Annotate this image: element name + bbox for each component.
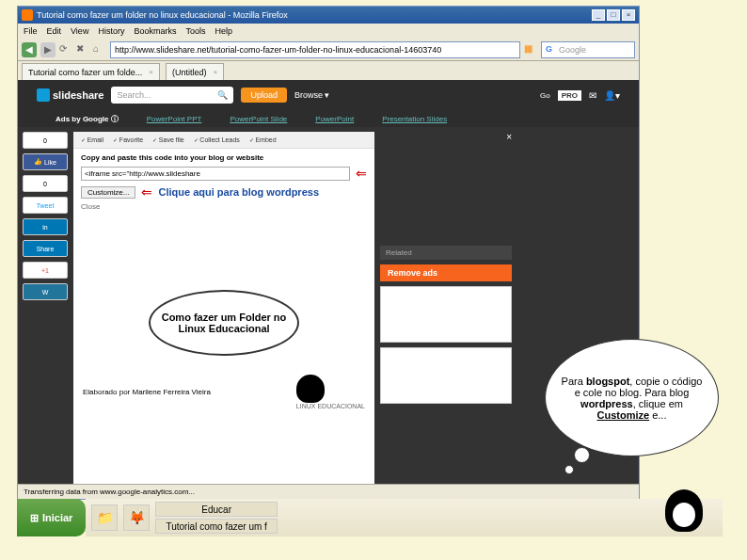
favorite-action[interactable]: Favorite — [113, 136, 143, 143]
taskbar-app[interactable]: 📁 — [91, 504, 118, 531]
social-sidebar: 0 👍Like 0 Tweet in Share +1 W — [23, 132, 68, 484]
tab-untitled[interactable]: (Untitled) × — [166, 63, 224, 80]
close-link[interactable]: Close — [81, 202, 367, 211]
start-label: Iniciar — [42, 512, 72, 523]
pro-badge[interactable]: PRO — [558, 90, 581, 101]
slideshare-search[interactable]: Search... 🔍 — [111, 87, 233, 104]
taskbar-item-tutorial[interactable]: Tutorial como fazer um f — [155, 519, 277, 534]
slide-title-bubble: Como fazer um Folder no Linux Educaciona… — [149, 290, 299, 356]
panel-toolbar: Email Favorite Save file Collect Leads E… — [73, 132, 374, 149]
slideshare-header: slideshare Search... 🔍 Upload Browse ▾ G… — [18, 80, 639, 110]
start-button[interactable]: ⊞ Iniciar — [17, 499, 86, 536]
facebook-like-button[interactable]: 👍Like — [23, 153, 68, 170]
email-action[interactable]: Email — [81, 136, 103, 143]
user-icon[interactable]: 👤▾ — [604, 90, 620, 101]
home-icon[interactable]: ⌂ — [93, 43, 106, 56]
copy-section: Copy and paste this code into your blog … — [73, 149, 374, 216]
wordpress-button[interactable]: W — [23, 283, 68, 300]
related-header: Related — [380, 246, 512, 260]
maximize-button[interactable]: □ — [607, 9, 620, 21]
reload-icon[interactable]: ⟳ — [59, 43, 72, 56]
firefox-window: Tutorial como fazer um folder no linux e… — [17, 6, 640, 500]
leads-action[interactable]: Collect Leads — [194, 136, 240, 143]
mail-icon[interactable]: ✉ — [589, 90, 596, 101]
linkedin-button[interactable]: in — [23, 218, 68, 235]
minimize-button[interactable]: _ — [592, 9, 605, 21]
forward-button[interactable]: ▶ — [40, 42, 56, 57]
main-area: 0 👍Like 0 Tweet in Share +1 W Email Favo… — [18, 127, 639, 484]
menu-view[interactable]: View — [71, 26, 88, 36]
embed-code-input[interactable] — [81, 167, 350, 181]
collapse-icon[interactable]: × — [380, 132, 512, 142]
browser-search[interactable]: G Google — [541, 41, 635, 58]
arrow-icon: ⇐ — [141, 184, 152, 200]
taskbar-firefox[interactable]: 🦊 — [123, 504, 150, 531]
feed-icon[interactable]: ▦ — [524, 43, 537, 56]
copy-instruction: Copy and paste this code into your blog … — [81, 153, 367, 162]
windows-icon: ⊞ — [30, 512, 39, 524]
right-column: × Related Remove ads — [380, 132, 512, 484]
upload-button[interactable]: Upload — [241, 88, 287, 103]
tab-tutorial[interactable]: Tutorial como fazer um folde... × — [22, 63, 160, 80]
ads-label: Ads by Google ⓘ — [56, 114, 119, 124]
embed-action[interactable]: Embed — [249, 136, 277, 143]
slideshare-logo-text: slideshare — [53, 89, 103, 101]
page-content: slideshare Search... 🔍 Upload Browse ▾ G… — [18, 80, 639, 484]
menu-help[interactable]: Help — [215, 26, 232, 36]
ad-link[interactable]: PowerPoint Slide — [230, 115, 287, 123]
instruction-callout: Para blogspot, copie o código e cole no … — [545, 339, 719, 456]
save-action[interactable]: Save file — [152, 136, 184, 143]
share-count[interactable]: 0 — [23, 132, 68, 149]
slideshare-logo[interactable]: slideshare — [37, 88, 103, 102]
header-right: Go PRO ✉ 👤▾ — [540, 90, 620, 101]
windows-taskbar: ⊞ Iniciar 📁 🦊 Educar Tutorial como fazer… — [17, 499, 723, 536]
slide-preview: Como fazer um Folder no Linux Educaciona… — [73, 216, 374, 484]
googleplus-button[interactable]: +1 — [23, 262, 68, 279]
tab-label: (Untitled) — [172, 68, 207, 77]
search-placeholder: Search... — [117, 90, 151, 100]
window-controls: _ □ × — [592, 9, 635, 21]
statusbar: Transferring data from www.google-analyt… — [18, 484, 639, 499]
ad-box[interactable] — [380, 347, 512, 404]
customize-button[interactable]: Customize... — [81, 186, 135, 199]
back-button[interactable]: ◀ — [22, 42, 37, 57]
twitter-button[interactable]: Tweet — [23, 197, 68, 214]
remove-ads-button[interactable]: Remove ads — [380, 264, 512, 281]
linux-educacional-label: LINUX EDUCACIONAL — [296, 403, 365, 409]
tab-close-icon[interactable]: × — [149, 68, 153, 76]
share-count[interactable]: 0 — [23, 175, 68, 192]
wordpress-annotation: Clique aqui para blog wordpress — [158, 186, 319, 198]
close-button[interactable]: × — [622, 9, 635, 21]
taskbar-tray: 📁 🦊 Educar Tutorial como fazer um f — [86, 499, 723, 536]
window-title: Tutorial como fazer um folder no linux e… — [37, 10, 288, 20]
go-label: Go — [540, 91, 550, 100]
arrow-icon: ⇐ — [356, 166, 367, 181]
slide-author: Elaborado por Marilene Ferreira Vieira — [83, 388, 211, 396]
embed-panel: Email Favorite Save file Collect Leads E… — [73, 132, 374, 484]
linkedin-share-button[interactable]: Share — [23, 240, 68, 257]
slideshare-icon — [37, 88, 50, 102]
titlebar: Tutorial como fazer um folder no linux e… — [18, 7, 639, 24]
menu-edit[interactable]: Edit — [47, 26, 62, 36]
ad-box[interactable] — [380, 286, 512, 343]
browse-menu[interactable]: Browse ▾ — [294, 90, 330, 100]
menu-bookmarks[interactable]: Bookmarks — [134, 26, 176, 36]
ad-link[interactable]: Presentation Slides — [382, 115, 447, 123]
tab-label: Tutorial como fazer um folde... — [28, 68, 142, 77]
browser-tabs: Tutorial como fazer um folde... × (Untit… — [18, 61, 639, 80]
stop-icon[interactable]: ✖ — [76, 43, 89, 56]
status-text: Transferring data from www.google-analyt… — [24, 488, 195, 496]
search-icon[interactable]: 🔍 — [217, 90, 228, 100]
search-engine-label: Google — [559, 45, 586, 55]
menu-tools[interactable]: Tools — [185, 26, 205, 36]
nav-toolbar: ◀ ▶ ⟳ ✖ ⌂ http://www.slideshare.net/tuto… — [18, 39, 639, 61]
url-text: http://www.slideshare.net/tutorial-como-… — [115, 45, 441, 55]
url-bar[interactable]: http://www.slideshare.net/tutorial-como-… — [110, 41, 520, 58]
menu-file[interactable]: File — [24, 26, 38, 36]
tab-close-icon[interactable]: × — [213, 68, 217, 76]
penguin-icon — [296, 375, 325, 403]
taskbar-item-educar[interactable]: Educar — [155, 502, 277, 517]
menu-history[interactable]: History — [98, 26, 124, 36]
ad-link[interactable]: PowerPoint — [315, 115, 354, 123]
ad-link[interactable]: PowerPoint PPT — [147, 115, 202, 123]
